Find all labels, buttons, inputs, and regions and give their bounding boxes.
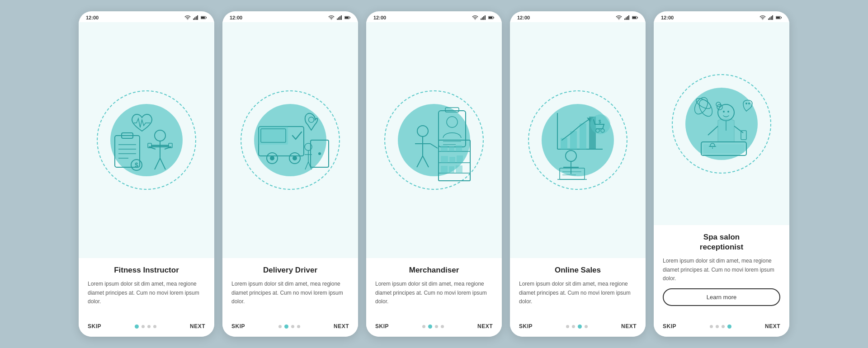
status-time-1: 12:00 xyxy=(86,15,99,20)
wifi-icon-1 xyxy=(184,15,191,20)
dot-4-3 xyxy=(578,324,582,329)
status-time-4: 12:00 xyxy=(517,15,530,20)
illustration-area-spa xyxy=(654,22,789,225)
svg-rect-2 xyxy=(194,17,195,20)
dot-1-2 xyxy=(142,325,145,328)
status-bar-2: 12:00 xyxy=(222,11,358,22)
nav-area-1: SKIP NEXT xyxy=(79,319,214,337)
svg-line-79 xyxy=(417,156,423,167)
skip-button-1[interactable]: SKIP xyxy=(88,323,101,329)
nav-area-3: SKIP NEXT xyxy=(366,319,502,337)
svg-text:$: $ xyxy=(599,119,601,124)
screen-desc-4: Lorem ipsum dolor sit dim amet, mea regi… xyxy=(519,280,637,306)
signal-icon-1 xyxy=(193,15,199,20)
svg-rect-58 xyxy=(445,108,459,112)
learn-more-button[interactable]: Learn more xyxy=(663,288,780,306)
nav-area-4: SKIP NEXT xyxy=(510,319,646,337)
svg-rect-32 xyxy=(350,17,350,19)
svg-rect-70 xyxy=(449,157,455,163)
svg-rect-103 xyxy=(560,168,585,179)
svg-rect-85 xyxy=(628,15,629,20)
fitness-illustration: $ xyxy=(101,95,192,185)
phone-screen-merchandiser: 12:00 xyxy=(366,11,502,337)
dot-5-1 xyxy=(710,325,713,328)
next-button-1[interactable]: NEXT xyxy=(190,323,205,329)
svg-point-81 xyxy=(618,19,619,20)
svg-rect-71 xyxy=(457,155,463,163)
status-time-5: 12:00 xyxy=(661,15,674,20)
next-button-5[interactable]: NEXT xyxy=(765,323,780,329)
illustration-area-delivery xyxy=(222,22,358,258)
svg-point-128 xyxy=(748,103,750,104)
skip-button-3[interactable]: SKIP xyxy=(375,323,389,329)
svg-rect-74 xyxy=(456,165,462,173)
status-time-3: 12:00 xyxy=(373,15,386,20)
nav-dots-3 xyxy=(422,324,444,329)
dot-2-3 xyxy=(291,325,294,328)
status-bar-3: 12:00 xyxy=(366,11,502,22)
battery-icon-2 xyxy=(344,15,351,20)
dot-4-1 xyxy=(566,325,569,328)
svg-point-121 xyxy=(723,111,725,113)
content-area-online-sales: Online Sales Lorem ipsum dolor sit dim a… xyxy=(510,258,646,319)
signal-icon-3 xyxy=(480,15,486,20)
svg-point-16 xyxy=(155,130,165,141)
svg-point-122 xyxy=(727,111,729,113)
spa-illustration xyxy=(676,79,767,169)
wifi-icon-3 xyxy=(472,15,478,20)
dot-4-2 xyxy=(572,325,575,328)
status-icons-5 xyxy=(760,15,782,20)
next-button-3[interactable]: NEXT xyxy=(477,323,493,329)
signal-icon-5 xyxy=(768,15,774,20)
svg-rect-108 xyxy=(768,19,769,20)
svg-rect-68 xyxy=(456,145,462,151)
svg-rect-73 xyxy=(449,166,454,173)
illustration-area-online-sales: $ xyxy=(510,22,646,258)
content-area-spa: Spa salon receptionist Lorem ipsum dolor… xyxy=(654,225,789,319)
delivery-illustration xyxy=(245,95,335,185)
nav-area-2: SKIP NEXT xyxy=(222,319,358,337)
status-icons-1 xyxy=(184,15,207,20)
skip-button-2[interactable]: SKIP xyxy=(231,323,245,329)
svg-rect-91 xyxy=(561,138,567,149)
status-icons-4 xyxy=(616,15,638,20)
svg-point-0 xyxy=(187,19,188,20)
skip-button-4[interactable]: SKIP xyxy=(519,323,533,329)
skip-button-5[interactable]: SKIP xyxy=(663,323,676,329)
screen-desc-2: Lorem ipsum dolor sit dim amet, mea regi… xyxy=(231,280,349,306)
screen-title-2: Delivery Driver xyxy=(231,265,349,275)
nav-dots-1 xyxy=(135,324,156,329)
svg-rect-131 xyxy=(703,144,744,153)
svg-point-26 xyxy=(331,19,331,20)
next-button-4[interactable]: NEXT xyxy=(621,323,637,329)
screen-title-4: Online Sales xyxy=(519,265,637,275)
svg-rect-1 xyxy=(193,19,194,20)
status-bar-1: 12:00 xyxy=(79,11,214,22)
svg-rect-28 xyxy=(338,17,339,20)
signal-icon-4 xyxy=(624,15,630,20)
phone-screen-fitness: 12:00 xyxy=(79,11,214,337)
svg-rect-27 xyxy=(337,19,338,20)
svg-rect-72 xyxy=(441,166,448,173)
svg-rect-111 xyxy=(772,15,773,20)
battery-icon-3 xyxy=(488,15,495,20)
content-area-delivery: Delivery Driver Lorem ipsum dolor sit di… xyxy=(222,258,358,319)
svg-rect-66 xyxy=(441,146,448,151)
content-area-fitness: Fitness Instructor Lorem ipsum dolor sit… xyxy=(79,258,214,319)
screen-desc-5: Lorem ipsum dolor sit dim amet, mea regi… xyxy=(663,257,780,283)
status-bar-5: 12:00 xyxy=(654,11,789,22)
svg-rect-93 xyxy=(580,123,586,149)
svg-rect-6 xyxy=(206,17,207,19)
merchandiser-illustration xyxy=(389,95,479,185)
svg-rect-88 xyxy=(632,17,636,19)
screen-desc-3: Lorem ipsum dolor sit dim amet, mea regi… xyxy=(375,280,493,306)
svg-line-125 xyxy=(734,126,743,133)
svg-rect-84 xyxy=(627,16,628,20)
next-button-2[interactable]: NEXT xyxy=(334,323,349,329)
svg-rect-110 xyxy=(771,16,772,20)
dot-1-1 xyxy=(135,324,139,329)
svg-rect-51 xyxy=(482,17,483,20)
dot-3-4 xyxy=(441,325,444,328)
screen-title-5: Spa salon receptionist xyxy=(663,232,780,252)
battery-icon-1 xyxy=(201,15,207,20)
